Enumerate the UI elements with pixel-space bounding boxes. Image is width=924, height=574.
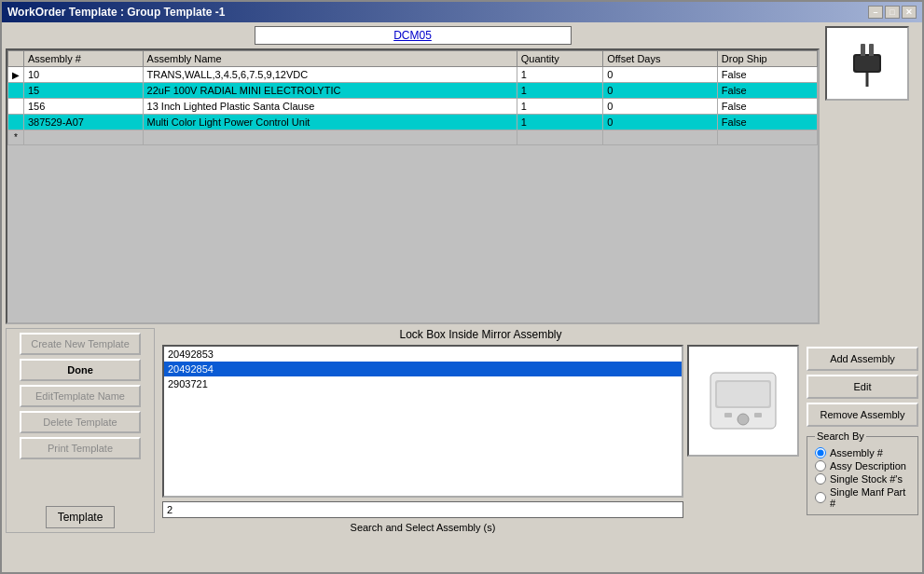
new-row-cell [603,130,718,145]
svg-rect-7 [717,382,769,406]
table-new-row[interactable]: * [8,130,818,145]
maximize-button[interactable]: □ [885,6,900,19]
close-button[interactable]: ✕ [902,6,917,19]
delete-template-button[interactable]: Delete Template [20,411,141,433]
row-arrow-indicator [8,99,24,115]
adapter-image [834,31,900,96]
cell-assembly-num: 15 [24,83,144,99]
radio-assembly-num-label: Assembly # [830,447,883,458]
cell-assembly-num: 10 [24,67,144,83]
assembly-thumbnail [687,345,799,457]
cell-quantity: 1 [517,115,602,130]
search-by-legend: Search By [815,430,866,442]
cell-offset-days: 0 [603,67,718,83]
radio-assembly-num-input[interactable] [815,447,826,458]
cell-quantity: 1 [517,99,602,115]
cell-assembly-name: TRANS,WALL,3,4.5,6,7.5,9,12VDC [143,67,517,83]
right-buttons-panel: Add Assembly Edit Remove Assembly Search… [807,328,918,533]
col-arrow [8,51,24,67]
radio-single-stock[interactable]: Single Stock #'s [815,473,910,485]
cell-offset-days: 0 [603,115,718,130]
window-body: Assembly # Assembly Name Quantity Offset… [2,22,922,572]
radio-assy-desc-input[interactable] [815,460,826,472]
table-row[interactable]: ▶ 10 TRANS,WALL,3,4.5,6,7.5,9,12VDC 1 0 … [8,67,818,83]
template-label: Template [46,506,116,528]
search-by-group: Search By Assembly # Assy Description Si… [807,430,918,515]
cell-quantity: 1 [517,83,602,99]
title-bar: WorkOrder Template : Group Template -1 –… [2,2,922,22]
svg-rect-10 [754,413,762,417]
assembly-number-input[interactable] [162,501,683,518]
cell-assembly-name: 22uF 100V RADIAL MINI ELECTROLYTIC [143,83,517,99]
new-row-cell [517,130,602,145]
list-item[interactable]: 2903721 [164,376,682,391]
done-button[interactable]: Done [20,359,141,381]
create-new-template-button[interactable]: Create New Template [20,333,141,355]
col-assembly-name: Assembly Name [143,51,517,67]
main-window: WorkOrder Template : Group Template -1 –… [0,0,924,574]
radio-assy-desc-label: Assy Description [830,460,906,472]
left-buttons-panel: Create New Template Done EditTemplate Na… [6,328,155,533]
svg-rect-2 [869,44,874,57]
list-item-selected[interactable]: 20492854 [164,362,682,376]
new-row-cell [24,130,144,145]
cell-drop-ship: False [717,67,817,83]
edit-template-name-button[interactable]: EditTemplate Name [20,385,141,407]
add-assembly-button[interactable]: Add Assembly [807,347,918,371]
col-drop-ship: Drop Ship [717,51,817,67]
radio-single-manf-input[interactable] [815,492,826,503]
search-label: Search and Select Assembly (s) [162,522,683,533]
cell-drop-ship: False [717,83,817,99]
assembly-device-image [696,354,790,447]
svg-rect-4 [855,56,879,71]
cell-assembly-num: 156 [24,99,144,115]
radio-assembly-num[interactable]: Assembly # [815,447,910,458]
cell-assembly-name: Multi Color Light Power Control Unit [143,115,517,130]
svg-point-8 [738,414,749,425]
middle-section: Lock Box Inside Mirror Assembly 20492853… [162,328,799,533]
product-image [825,26,909,101]
list-item[interactable]: 20492853 [164,347,682,362]
new-row-cell [717,130,817,145]
cell-drop-ship: False [717,115,817,130]
cell-quantity: 1 [517,67,602,83]
row-arrow-indicator [8,83,24,99]
radio-single-manf[interactable]: Single Manf Part # [815,486,910,509]
radio-single-stock-label: Single Stock #'s [830,473,903,485]
template-name-input[interactable] [255,26,572,45]
radio-assy-desc[interactable]: Assy Description [815,460,910,472]
svg-rect-9 [724,413,732,417]
new-row-cell [143,130,517,145]
cell-assembly-num: 387529-A07 [24,115,144,130]
remove-assembly-button[interactable]: Remove Assembly [807,403,918,427]
assembly-table-container: Assembly # Assembly Name Quantity Offset… [6,48,820,324]
bottom-section: Create New Template Done EditTemplate Na… [6,328,918,533]
col-offset-days: Offset Days [603,51,718,67]
print-template-button[interactable]: Print Template [20,437,141,459]
assembly-list[interactable]: 20492853 20492854 2903721 [162,345,683,498]
cell-offset-days: 0 [603,99,718,115]
col-assembly-num: Assembly # [24,51,144,67]
radio-single-manf-label: Single Manf Part # [830,486,910,509]
table-row[interactable]: 156 13 Inch Lighted Plastic Santa Clause… [8,99,818,115]
right-panel [825,26,918,324]
cell-offset-days: 0 [603,83,718,99]
cell-drop-ship: False [717,99,817,115]
edit-button[interactable]: Edit [807,375,918,399]
new-row-marker: * [8,130,24,145]
assembly-select-container: 20492853 20492854 2903721 Search and Sel… [162,345,799,533]
col-quantity: Quantity [517,51,602,67]
title-bar-buttons: – □ ✕ [868,6,917,19]
assembly-table: Assembly # Assembly Name Quantity Offset… [7,50,818,145]
template-name-bar [6,26,820,45]
radio-single-stock-input[interactable] [815,473,826,485]
assembly-panel-title: Lock Box Inside Mirror Assembly [162,328,799,341]
row-arrow-indicator: ▶ [8,67,24,83]
minimize-button[interactable]: – [868,6,883,19]
svg-rect-1 [861,44,865,57]
top-section: Assembly # Assembly Name Quantity Offset… [6,26,918,324]
table-row[interactable]: 15 22uF 100V RADIAL MINI ELECTROLYTIC 1 … [8,83,818,99]
table-row[interactable]: 387529-A07 Multi Color Light Power Contr… [8,115,818,130]
row-arrow-indicator [8,115,24,130]
cell-assembly-name: 13 Inch Lighted Plastic Santa Clause [143,99,517,115]
